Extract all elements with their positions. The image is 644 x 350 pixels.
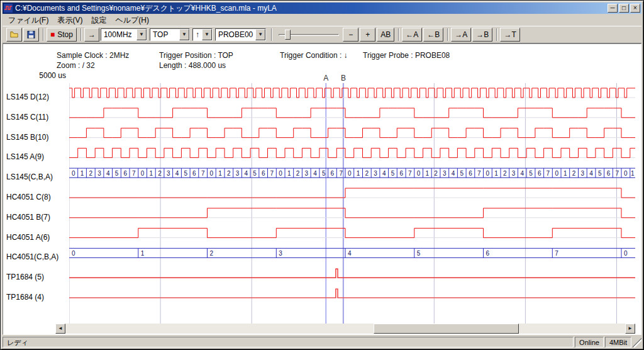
save-button[interactable] <box>23 28 39 42</box>
svg-text:7: 7 <box>555 250 558 257</box>
svg-text:5: 5 <box>417 250 421 257</box>
maximize-button[interactable]: □ <box>619 4 629 13</box>
toolbar: ■ Stop → 100MHz ▼ TOP ▼ ↑ ▼ PROBE00 ▼ − … <box>3 26 641 43</box>
trigger-edge-select[interactable]: ↑ ▼ <box>192 28 213 41</box>
svg-text:2: 2 <box>503 170 507 177</box>
toolbar-separator <box>80 28 82 41</box>
trigger-position-info: Trigger Position : TOP <box>159 51 233 60</box>
svg-text:0: 0 <box>72 250 75 257</box>
scrollbar-track[interactable] <box>65 324 625 334</box>
svg-text:7: 7 <box>201 170 205 177</box>
single-step-button[interactable]: → <box>84 28 99 42</box>
svg-text:1: 1 <box>631 170 635 177</box>
channel-label: HC4051(C,B,A) <box>6 252 68 262</box>
stop-button[interactable]: ■ Stop <box>47 28 77 42</box>
menu-help[interactable]: ヘルプ(H) <box>111 14 153 27</box>
zoom-ab-button[interactable]: AB <box>377 28 394 42</box>
menu-view[interactable]: 表示(V) <box>53 14 87 27</box>
svg-text:3: 3 <box>512 170 516 177</box>
menu-settings[interactable]: 設定 <box>87 14 111 27</box>
chevron-down-icon[interactable]: ▼ <box>255 29 265 40</box>
menu-file[interactable]: ファイル(F) <box>4 14 53 27</box>
channel-label: TP1684 (4) <box>6 292 68 302</box>
zoom-in-button[interactable]: + <box>360 28 375 42</box>
toolbar-separator <box>43 28 44 41</box>
sample-clock-select[interactable]: 100MHz ▼ <box>101 28 147 41</box>
toolbar-separator <box>496 28 497 41</box>
scrollbar-thumb[interactable] <box>374 324 519 334</box>
svg-text:5: 5 <box>460 170 464 177</box>
digital-waveform <box>69 108 635 118</box>
svg-text:7: 7 <box>477 170 481 177</box>
goto-cursor-b-left-button[interactable]: ←B <box>423 28 443 42</box>
svg-text:4: 4 <box>521 170 525 177</box>
status-online: Online <box>575 337 604 347</box>
chevron-down-icon[interactable]: ▼ <box>136 29 147 40</box>
open-file-button[interactable] <box>6 28 22 42</box>
goto-cursor-a-left-button[interactable]: ←A <box>402 28 422 42</box>
trigger-position-select[interactable]: TOP ▼ <box>150 28 190 41</box>
digital-waveform <box>69 88 635 98</box>
status-bar: レディ Online 4MBit <box>3 336 641 347</box>
zoom-out-button[interactable]: − <box>343 28 358 42</box>
svg-text:7: 7 <box>132 170 136 177</box>
zoom-slider-handle[interactable] <box>285 30 291 40</box>
channel-label: LS145(C,B,A) <box>6 172 68 182</box>
channel-label: HC4051 C(8) <box>6 192 68 202</box>
zoom-info: Zoom : / 32 <box>57 61 95 70</box>
goto-trigger-button[interactable]: →T <box>500 28 519 42</box>
digital-waveform <box>69 269 635 278</box>
svg-text:0: 0 <box>348 170 352 177</box>
trigger-probe-info: Trigger Probe : PROBE08 <box>363 51 450 60</box>
chevron-down-icon[interactable]: ▼ <box>202 29 212 40</box>
svg-text:1: 1 <box>564 170 567 177</box>
channel-label: HC4051 B(7) <box>6 212 68 222</box>
trigger-probe-select[interactable]: PROBE00 ▼ <box>215 28 266 41</box>
close-button[interactable]: × <box>630 4 640 13</box>
svg-text:1: 1 <box>141 250 145 257</box>
svg-text:2: 2 <box>210 250 214 257</box>
svg-text:0: 0 <box>72 170 75 177</box>
svg-text:B: B <box>341 74 346 82</box>
svg-text:3: 3 <box>236 170 240 177</box>
stop-button-label: Stop <box>57 30 73 39</box>
svg-text:0: 0 <box>624 250 628 257</box>
svg-text:0: 0 <box>555 170 558 177</box>
scroll-left-icon[interactable]: ◄ <box>55 324 65 334</box>
svg-text:0: 0 <box>486 170 490 177</box>
scroll-right-icon[interactable]: ► <box>625 324 635 334</box>
channel-label: LS145 B(10) <box>6 132 68 142</box>
status-ready: レディ <box>3 337 574 347</box>
svg-text:1: 1 <box>150 170 153 177</box>
zoom-slider[interactable] <box>277 28 340 42</box>
svg-text:7: 7 <box>547 170 550 177</box>
horizontal-scrollbar[interactable]: ◄ ► <box>55 324 635 334</box>
svg-text:5: 5 <box>184 170 187 177</box>
svg-text:1: 1 <box>494 170 498 177</box>
floppy-disk-icon <box>27 30 35 39</box>
svg-text:5: 5 <box>598 170 602 177</box>
svg-text:1: 1 <box>218 170 222 177</box>
minimize-button[interactable]: ─ <box>608 4 618 13</box>
svg-text:4: 4 <box>245 170 248 177</box>
svg-text:5: 5 <box>529 170 533 177</box>
svg-text:5: 5 <box>253 170 257 177</box>
toolbar-separator <box>398 28 399 41</box>
svg-text:1: 1 <box>287 170 291 177</box>
channel-label: LS145 D(12) <box>6 92 68 102</box>
trigger-position-value: TOP <box>150 29 179 40</box>
trigger-probe-value: PROBE00 <box>216 29 255 40</box>
channel-label: LS145 C(11) <box>6 112 68 122</box>
svg-text:3: 3 <box>581 170 585 177</box>
chevron-down-icon[interactable]: ▼ <box>179 29 189 40</box>
svg-text:2: 2 <box>434 170 438 177</box>
svg-text:4: 4 <box>313 170 317 177</box>
waveform-plot[interactable]: AB01234567012345670123456701234567012345… <box>69 74 635 329</box>
title-bar[interactable]: C:¥Documents and Settings¥noname¥デスクトップ¥… <box>3 3 641 14</box>
goto-cursor-b-right-button[interactable]: →B <box>472 28 492 42</box>
svg-text:2: 2 <box>158 170 162 177</box>
goto-cursor-a-right-button[interactable]: →A <box>451 28 471 42</box>
resize-grip[interactable] <box>633 337 641 347</box>
svg-text:5: 5 <box>391 170 395 177</box>
svg-text:2: 2 <box>572 170 576 177</box>
